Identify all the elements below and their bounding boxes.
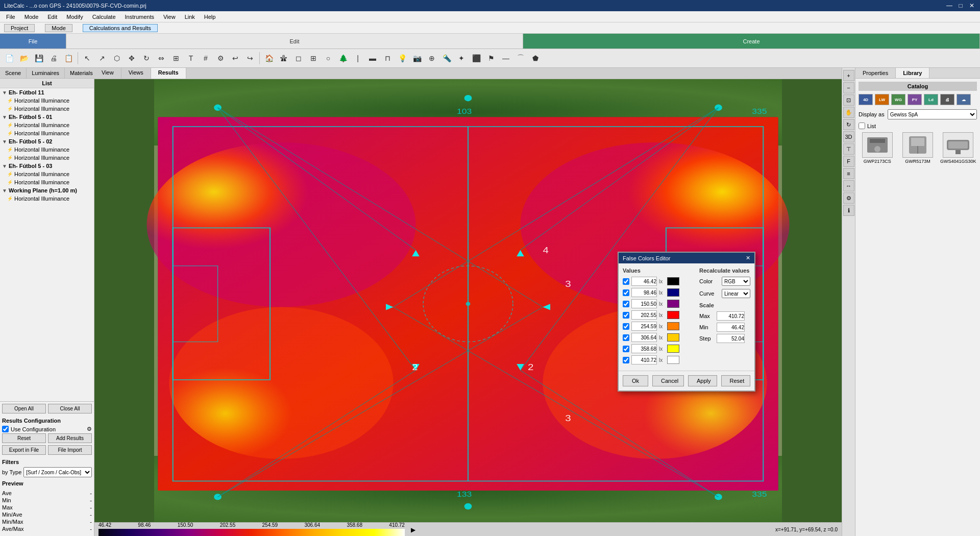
menu-edit[interactable]: Edit xyxy=(43,13,61,21)
rotate-btn[interactable]: ↻ xyxy=(139,51,154,65)
close-all-btn[interactable]: Close All xyxy=(48,404,92,413)
tree-sub-1-2[interactable]: ⚡ Horizontal Illuminance xyxy=(0,105,94,113)
reset-btn[interactable]: Reset xyxy=(2,433,46,443)
brand-ld[interactable]: Ld xyxy=(924,94,938,105)
product-0[interactable]: GWP2173CS xyxy=(859,132,896,164)
sign-btn[interactable]: ⚑ xyxy=(484,51,498,65)
add-results-btn[interactable]: Add Results xyxy=(48,433,92,443)
fce-check-2[interactable] xyxy=(623,301,629,307)
tree-sub-1-1[interactable]: ⚡ Horizontal Illuminance xyxy=(0,96,94,105)
fce-color-2[interactable] xyxy=(667,300,679,308)
save-btn[interactable]: 💾 xyxy=(32,51,46,65)
fce-color-6[interactable] xyxy=(667,345,679,353)
new-btn[interactable]: 📄 xyxy=(2,51,16,65)
tree-group-4[interactable]: ▼ Eh- Fútbol 5 - 03 xyxy=(0,162,94,170)
menu-link[interactable]: Link xyxy=(181,13,199,21)
zoom-fit-btn[interactable]: ⊡ xyxy=(843,94,854,106)
brand-wg[interactable]: WG xyxy=(891,94,905,105)
fce-val-5[interactable] xyxy=(631,333,657,342)
fce-color-5[interactable] xyxy=(667,333,679,342)
zoom-out-btn[interactable]: − xyxy=(843,82,854,93)
light-btn[interactable]: 💡 xyxy=(395,51,409,65)
fce-color-1[interactable] xyxy=(667,288,679,297)
tab-properties[interactable]: Properties xyxy=(855,68,896,78)
tree-group-2[interactable]: ▼ Eh- Fútbol 5 - 01 xyxy=(0,113,94,121)
open-btn[interactable]: 📂 xyxy=(17,51,31,65)
fce-check-1[interactable] xyxy=(623,289,629,296)
view-3d-btn[interactable]: 3D xyxy=(843,131,854,142)
minimize-btn[interactable]: — xyxy=(945,2,953,10)
fce-val-4[interactable] xyxy=(631,322,657,331)
array-btn[interactable]: ⊞ xyxy=(169,51,183,65)
grid-btn[interactable]: ⊞ xyxy=(306,51,321,65)
file-import-btn[interactable]: File Import xyxy=(48,445,92,455)
settings-btn[interactable]: ⚙ xyxy=(843,192,854,204)
menu-help[interactable]: Help xyxy=(200,13,220,21)
rotate-view-btn[interactable]: ↻ xyxy=(843,119,854,130)
sphere-btn[interactable]: ○ xyxy=(321,51,335,65)
title-bar-controls[interactable]: — □ ✕ xyxy=(945,2,976,10)
info-btn[interactable]: ℹ xyxy=(843,205,854,216)
tree-btn[interactable]: 🌲 xyxy=(336,51,350,65)
fce-check-6[interactable] xyxy=(623,346,629,352)
product-2[interactable]: GWS4041GS30K xyxy=(940,132,977,164)
tree-sub-2-1[interactable]: ⚡ Horizontal Illuminance xyxy=(0,121,94,129)
fce-val-7[interactable] xyxy=(631,355,657,364)
view-top-btn[interactable]: ⊤ xyxy=(843,143,854,155)
tab-views[interactable]: Views xyxy=(121,68,151,79)
line-btn[interactable]: — xyxy=(499,51,513,65)
config-icon[interactable]: ⚙ xyxy=(87,426,92,432)
display-as-select[interactable]: Gewiss SpA xyxy=(888,109,977,119)
tree-sub-5-1[interactable]: ⚡ Horizontal Illuminance xyxy=(0,194,94,203)
fce-check-7[interactable] xyxy=(623,357,629,363)
product-1[interactable]: GWR5173M xyxy=(899,132,936,164)
fce-check-4[interactable] xyxy=(623,323,629,330)
menu-calculate[interactable]: Calculate xyxy=(88,13,120,21)
measure-btn[interactable]: ↔ xyxy=(843,180,854,191)
fce-val-0[interactable] xyxy=(631,277,657,286)
menu-instruments[interactable]: Instruments xyxy=(121,13,158,21)
by-type-select[interactable]: [Surf / Zoom / Calc-Obs] xyxy=(23,467,92,477)
deselect-btn[interactable]: ↗ xyxy=(95,51,109,65)
fce-color-7[interactable] xyxy=(667,356,679,364)
tree-group-3[interactable]: ▼ Eh- Fútbol 5 - 02 xyxy=(0,137,94,145)
close-btn[interactable]: ✕ xyxy=(968,2,976,10)
fce-val-1[interactable] xyxy=(631,288,657,297)
brand-4d[interactable]: 4D xyxy=(859,94,873,105)
list-checkbox[interactable] xyxy=(859,123,865,129)
region-btn[interactable]: ⬟ xyxy=(528,51,543,65)
undo-btn[interactable]: ↩ xyxy=(228,51,242,65)
use-config-checkbox[interactable] xyxy=(2,426,9,432)
house-btn[interactable]: 🏠 xyxy=(262,51,276,65)
fce-check-5[interactable] xyxy=(623,334,629,341)
fce-min-input[interactable] xyxy=(717,323,745,332)
view-front-btn[interactable]: F xyxy=(843,156,854,167)
menu-file[interactable]: File xyxy=(2,13,19,21)
fce-apply-btn[interactable]: Apply xyxy=(688,375,717,386)
tab-view[interactable]: View xyxy=(94,68,121,79)
fce-val-2[interactable] xyxy=(631,299,657,308)
move-btn[interactable]: ✥ xyxy=(125,51,139,65)
brand-py[interactable]: PY xyxy=(908,94,922,105)
tunnel-btn[interactable]: ⊓ xyxy=(380,51,395,65)
camera-btn[interactable]: 📷 xyxy=(410,51,424,65)
fixture-btn[interactable]: 🔦 xyxy=(439,51,454,65)
pan-btn[interactable]: ✋ xyxy=(843,107,854,118)
print-btn[interactable]: 🖨 xyxy=(46,51,61,65)
fce-color-select[interactable]: RGB xyxy=(722,277,750,286)
fce-check-0[interactable] xyxy=(623,278,629,285)
select-btn[interactable]: ↖ xyxy=(80,51,94,65)
mode-btn[interactable]: Mode xyxy=(45,24,72,32)
tree-sub-4-2[interactable]: ⚡ Horizontal Illuminance xyxy=(0,178,94,186)
tab-luminaires[interactable]: Luminaires xyxy=(27,68,65,78)
mirror-btn[interactable]: ⇔ xyxy=(154,51,168,65)
fce-ok-btn[interactable]: Ok xyxy=(623,375,648,386)
layers-btn[interactable]: ≡ xyxy=(843,168,854,179)
fce-curve-select[interactable]: Linear xyxy=(722,289,750,298)
fce-color-4[interactable] xyxy=(667,322,679,330)
tree-sub-2-2[interactable]: ⚡ Horizontal Illuminance xyxy=(0,129,94,137)
tree-sub-3-2[interactable]: ⚡ Horizontal Illuminance xyxy=(0,154,94,162)
tree-sub-4-1[interactable]: ⚡ Horizontal Illuminance xyxy=(0,170,94,178)
road-btn[interactable]: 🛣 xyxy=(277,51,291,65)
poly-select-btn[interactable]: ⬡ xyxy=(110,51,124,65)
